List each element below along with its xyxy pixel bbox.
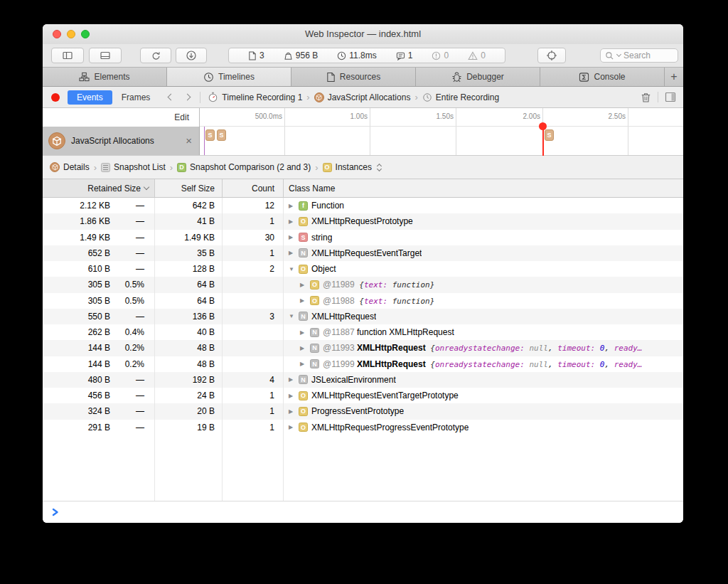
table-row[interactable]: 550 B—136 B3▼NXMLHttpRequest — [43, 309, 683, 324]
tab-debugger[interactable]: Debugger — [416, 68, 540, 86]
table-row[interactable]: 1.86 KB—41 B1▶OXMLHttpRequestPrototype — [43, 213, 683, 229]
page-stats-bar[interactable]: 3 956 B 11.8ms 1 — [228, 48, 505, 63]
zoom-window-button[interactable] — [81, 30, 90, 38]
crumb-instances[interactable]: O Instances — [323, 162, 381, 172]
element-picker-button[interactable] — [537, 48, 566, 63]
retained-size-cell: 652 B— — [43, 245, 155, 261]
download-page-button[interactable] — [176, 48, 207, 63]
tab-elements[interactable]: Elements — [43, 68, 167, 86]
disclosure-triangle-icon[interactable]: ▶ — [289, 376, 295, 383]
table-row[interactable]: 480 B—192 B4▶NJSLexicalEnvironment — [43, 372, 683, 388]
table-row[interactable]: 456 B—24 B1▶OXMLHttpRequestEventTargetPr… — [43, 388, 683, 403]
column-header-count[interactable]: Count — [223, 179, 284, 197]
column-header-class-name[interactable]: Class Name — [284, 179, 683, 197]
class-name-cell: ▶NJSLexicalEnvironment — [284, 372, 683, 388]
diff-badge-icon: D — [177, 163, 186, 172]
playhead-handle[interactable] — [539, 122, 547, 130]
dock-bottom-button[interactable] — [89, 48, 122, 63]
disclosure-triangle-icon[interactable]: ▶ — [289, 250, 295, 256]
close-window-button[interactable] — [53, 30, 61, 38]
ruler-scale[interactable]: 500.0ms1.00s1.50s2.00s2.50s — [200, 108, 683, 127]
disclosure-triangle-icon[interactable]: ▶ — [289, 234, 295, 240]
inspector-tab-bar: Elements Timelines Resources Debugger — [43, 68, 683, 87]
disclosure-triangle-icon[interactable]: ▶ — [300, 345, 306, 351]
disclosure-triangle-icon[interactable]: ▶ — [289, 393, 295, 399]
table-row[interactable]: 305 B0.5%64 B▶O@11988 {text: function} — [43, 293, 683, 309]
table-row[interactable]: 262 B0.4%40 B▶N@11887 function XMLHttpRe… — [43, 324, 683, 340]
new-tab-button[interactable]: + — [665, 68, 683, 86]
allocations-track-graph[interactable]: SSS — [200, 127, 683, 155]
class-name-text: @11989 {text: function} — [323, 280, 434, 290]
forward-button[interactable] — [184, 94, 191, 101]
crumb-snapshot-comparison[interactable]: D Snapshot Comparison (2 and 3) — [177, 162, 311, 172]
crumb-details[interactable]: Details — [50, 162, 90, 172]
type-badge-icon: O — [299, 265, 308, 274]
details-sidebar-toggle-icon[interactable] — [665, 92, 676, 102]
record-button[interactable] — [51, 93, 60, 102]
clear-timeline-trash-icon[interactable] — [641, 92, 651, 103]
snapshot-marker[interactable]: S — [217, 129, 226, 141]
breadcrumb-allocations[interactable]: JavaScript Allocations — [314, 92, 411, 102]
title-bar: Web Inspector — index.html — [43, 24, 683, 44]
close-track-icon[interactable]: × — [184, 136, 193, 146]
column-header-retained-size[interactable]: Retained Size — [43, 179, 155, 197]
disclosure-triangle-icon[interactable]: ▶ — [289, 218, 295, 225]
disclosure-triangle-icon[interactable]: ▼ — [289, 313, 295, 319]
minimize-window-button[interactable] — [67, 30, 75, 38]
timeline-overview: Edit 500.0ms1.00s1.50s2.00s2.50s JavaScr… — [43, 108, 683, 156]
tab-console[interactable]: Console — [540, 68, 665, 86]
table-row[interactable]: 652 B—35 B1▶NXMLHttpRequestEventTarget — [43, 245, 683, 261]
retained-size-cell: 305 B0.5% — [43, 277, 155, 292]
breadcrumb-entire-recording[interactable]: Entire Recording — [422, 92, 499, 102]
type-badge-icon: N — [299, 312, 308, 321]
tab-timelines[interactable]: Timelines — [167, 68, 291, 86]
retained-size-cell: 610 B— — [43, 261, 155, 277]
type-badge-icon: S — [299, 233, 308, 242]
events-toggle[interactable]: Events — [68, 90, 112, 105]
table-row[interactable]: 610 B—128 B2▼OObject — [43, 261, 683, 277]
snapshot-marker[interactable]: S — [545, 129, 554, 141]
quick-console-bar[interactable] — [43, 501, 683, 523]
tab-resources[interactable]: Resources — [291, 68, 416, 86]
frames-toggle[interactable]: Frames — [122, 92, 151, 102]
table-row[interactable]: 2.12 KB—642 B12▶fFunction — [43, 198, 683, 213]
instances-popup-chevrons-icon[interactable] — [378, 164, 381, 171]
search-input[interactable]: Search — [600, 48, 678, 63]
disclosure-triangle-icon[interactable]: ▶ — [300, 329, 306, 336]
reload-page-button[interactable] — [140, 48, 171, 63]
back-button[interactable] — [168, 94, 175, 101]
disclosure-triangle-icon[interactable]: ▼ — [289, 266, 295, 272]
snapshot-marker[interactable]: S — [205, 129, 215, 141]
allocations-track-header[interactable]: JavaScript Allocations × — [43, 127, 200, 155]
class-name-cell: ▶OXMLHttpRequestPrototype — [284, 213, 683, 229]
disclosure-triangle-icon[interactable]: ▶ — [300, 282, 306, 288]
column-header-self-size[interactable]: Self Size — [155, 179, 223, 197]
count-cell: 30 — [223, 230, 284, 245]
allocations-track-row[interactable]: JavaScript Allocations × SSS — [43, 127, 683, 156]
ruler-gridline — [456, 108, 456, 126]
disclosure-triangle-icon[interactable]: ▶ — [289, 424, 295, 430]
edit-instruments-button[interactable]: Edit — [174, 112, 189, 122]
snapshot-list-icon — [101, 163, 110, 172]
stopwatch-icon — [208, 92, 218, 102]
table-row[interactable]: 305 B0.5%64 B▶O@11989 {text: function} — [43, 277, 683, 292]
playhead-line[interactable] — [542, 127, 544, 156]
selection-start-line — [204, 127, 205, 155]
class-name-text: @11988 {text: function} — [323, 296, 434, 306]
retained-size-cell: 144 B0.2% — [43, 340, 155, 356]
disclosure-triangle-icon[interactable]: ▶ — [289, 408, 295, 415]
table-row[interactable]: 324 B—20 B1▶OProgressEventPrototype — [43, 403, 683, 419]
disclosure-triangle-icon[interactable]: ▶ — [289, 203, 295, 209]
type-badge-icon: O — [299, 217, 308, 226]
retained-size-cell: 2.12 KB— — [43, 198, 155, 213]
table-row[interactable]: 144 B0.2%48 B▶N@11993 XMLHttpRequest {on… — [43, 340, 683, 356]
disclosure-triangle-icon[interactable]: ▶ — [300, 361, 306, 367]
table-row[interactable]: 144 B0.2%48 B▶N@11999 XMLHttpRequest {on… — [43, 356, 683, 372]
dock-side-button[interactable] — [51, 48, 84, 63]
table-row[interactable]: 1.49 KB—1.49 KB30▶Sstring — [43, 230, 683, 245]
table-row[interactable]: 291 B—19 B1▶OXMLHttpRequestProgressEvent… — [43, 420, 683, 435]
disclosure-triangle-icon[interactable]: ▶ — [300, 297, 306, 304]
self-size-cell: 192 B — [155, 372, 223, 388]
breadcrumb-recording[interactable]: Timeline Recording 1 — [208, 92, 302, 102]
crumb-snapshot-list[interactable]: Snapshot List — [101, 162, 166, 172]
